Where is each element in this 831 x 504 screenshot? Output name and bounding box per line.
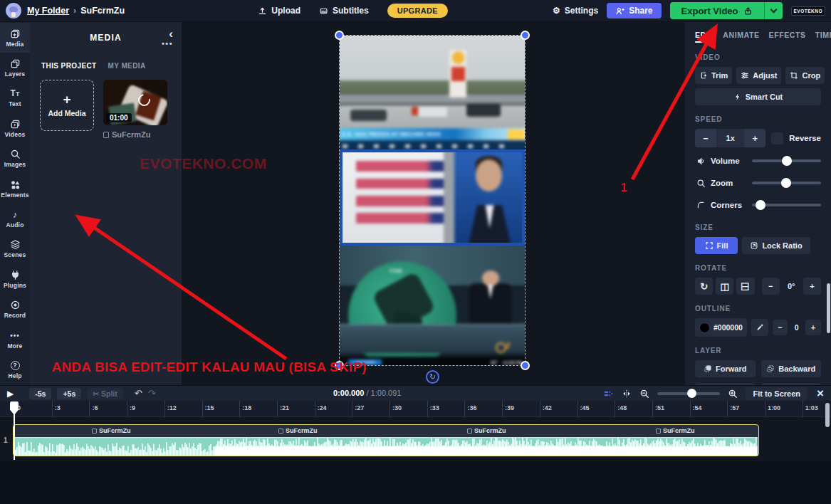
rotate-decrease-button[interactable]: − (762, 278, 780, 295)
speed-increase-button[interactable]: + (744, 129, 765, 147)
speed-decrease-button[interactable]: − (695, 129, 716, 147)
timeline-zoom-out-icon[interactable] (639, 389, 649, 399)
video-section-label: VIDEO (695, 53, 821, 61)
magnifier-icon (695, 179, 706, 188)
ruler-tick (502, 401, 503, 416)
sidebar-item-record[interactable]: Record (0, 295, 30, 325)
zoom-slider-row: Zoom (695, 174, 821, 191)
close-icon[interactable]: × (817, 387, 824, 399)
export-dropdown-button[interactable] (764, 2, 783, 19)
add-media-button[interactable]: + Add Media (40, 80, 94, 131)
news-chyron: U.S. GAS PRICES AT RECORD HIGH (340, 128, 525, 140)
layer-forward-button[interactable]: Forward (695, 360, 756, 377)
split-button[interactable]: ✂ Split (87, 388, 122, 399)
corners-slider[interactable] (752, 204, 821, 206)
fit-to-screen-button[interactable]: Fit to Screen (746, 387, 808, 400)
redo-button[interactable]: ↷ (148, 389, 156, 398)
backward-layer-icon (766, 364, 775, 373)
layer-backward-button[interactable]: Backward (761, 360, 822, 377)
clip-icon (92, 429, 97, 434)
outline-color-button[interactable]: #000000 (695, 318, 747, 337)
crop-button[interactable]: Crop (785, 67, 825, 84)
tab-edit[interactable]: EDIT (695, 26, 714, 43)
tab-this-project[interactable]: THIS PROJECT (41, 62, 97, 70)
timeline-clip[interactable]: SuFcrmZuSuFcrmZuSuFcrmZuSuFcrmZu (13, 424, 759, 456)
ruler-tick (202, 401, 203, 416)
audio-icon: ♪ (13, 209, 18, 220)
export-video-button[interactable]: Export Video (670, 2, 764, 19)
breadcrumb-folder-link[interactable]: My Folder (27, 6, 69, 16)
time-display: 0:00.000 / 1:00.091 (333, 389, 401, 397)
resize-handle-top-right[interactable] (521, 31, 530, 40)
sidebar-item-images[interactable]: Images (0, 144, 30, 174)
corners-slider-thumb[interactable] (756, 200, 765, 210)
flip-horizontal-button[interactable]: ◫ (716, 278, 733, 295)
ruler-tick-label: :6 (92, 404, 98, 411)
timeline-zoom-thumb[interactable] (687, 389, 696, 398)
sidebar-item-scenes[interactable]: Scenes (0, 234, 30, 264)
timeline-ruler[interactable]: 0:3:6:9:12:15:18:21:24:27:30:33:36:39:42… (0, 401, 831, 417)
undo-button[interactable]: ↶ (135, 389, 142, 398)
sidebar-item-elements[interactable]: Elements (0, 174, 30, 204)
back-5s-button[interactable]: -5s (29, 388, 51, 399)
sidebar-item-more[interactable]: •••More (0, 325, 30, 355)
tab-timing[interactable]: TIMING (815, 26, 831, 43)
eyedropper-button[interactable] (751, 319, 768, 336)
media-thumbnail[interactable]: 01:00 (103, 80, 167, 125)
timeline-zoom-slider[interactable] (657, 392, 720, 395)
sidebar-item-label: Images (4, 161, 26, 168)
adjust-button[interactable]: Adjust (736, 67, 781, 84)
fill-button[interactable]: Fill (695, 237, 738, 254)
resize-handle-bottom-left[interactable] (335, 361, 344, 370)
collapse-panel-icon[interactable]: ‹ (169, 28, 173, 40)
smart-cut-button[interactable]: Smart Cut (695, 88, 821, 105)
rotate-increase-button[interactable]: + (803, 278, 821, 295)
sidebar-item-text[interactable]: TTText (0, 83, 30, 113)
flip-vertical-button[interactable]: ◫ (736, 278, 754, 295)
sidebar-item-audio[interactable]: ♪Audio (0, 204, 30, 233)
subtitles-button[interactable]: Subtitles (319, 6, 369, 16)
timeline-zoom-in-icon[interactable] (728, 389, 738, 399)
preview-canvas[interactable]: U.S. GAS PRICES AT RECORD HIGH THE (182, 22, 685, 385)
play-button[interactable]: ▶ (7, 389, 14, 398)
volume-slider[interactable] (752, 159, 821, 162)
snap-toggle-icon[interactable] (604, 389, 614, 399)
ruler-tick-label: :48 (617, 404, 627, 411)
sidebar-item-media[interactable]: Media (0, 23, 30, 53)
sidebar-item-videos[interactable]: Videos (0, 113, 30, 143)
tab-animate[interactable]: ANIMATE (723, 26, 759, 43)
lock-ratio-button[interactable]: Lock Ratio (742, 237, 810, 254)
rotate-handle[interactable]: ↻ (426, 370, 439, 384)
zoom-slider[interactable] (752, 182, 821, 184)
upload-button[interactable]: Upload (258, 6, 300, 16)
tab-effects[interactable]: EFFECTS (769, 26, 806, 43)
tab-my-media[interactable]: MY MEDIA (108, 62, 146, 70)
clip-label: SuFcrmZu (467, 427, 506, 434)
resize-handle-bottom-right[interactable] (521, 361, 530, 370)
mirror-clip-icon[interactable] (622, 389, 632, 399)
timeline-scrollbar[interactable] (825, 403, 830, 427)
zoom-slider-thumb[interactable] (781, 178, 791, 188)
share-button[interactable]: Share (607, 3, 661, 19)
media-menu-icon[interactable]: ••• (162, 39, 173, 48)
rotate-90-button[interactable]: ↻ (695, 278, 713, 295)
sidebar-item-help[interactable]: ?Help (0, 355, 30, 384)
video-segment-studio: THE 2 LOTTERY 53°12:05 PM (340, 246, 525, 365)
outline-increase-button[interactable]: + (805, 320, 821, 335)
settings-button[interactable]: ⚙ Settings (553, 6, 598, 16)
ruler-tick-label: :45 (580, 404, 590, 411)
sidebar-item-plugins[interactable]: Plugins (0, 264, 30, 294)
workspace-avatar[interactable] (6, 3, 21, 19)
ruler-tick (765, 401, 765, 416)
sidebar-item-layers[interactable]: Layers (0, 53, 30, 83)
resize-handle-top-left[interactable] (335, 31, 344, 40)
upgrade-button[interactable]: UPGRADE (387, 4, 448, 18)
video-layer[interactable]: U.S. GAS PRICES AT RECORD HIGH THE (340, 36, 525, 365)
trim-button[interactable]: Trim (695, 67, 732, 84)
outline-decrease-button[interactable]: − (773, 320, 788, 335)
reverse-checkbox[interactable] (771, 132, 783, 145)
panel-scrollbar[interactable] (827, 283, 830, 333)
volume-slider-thumb[interactable] (782, 156, 792, 166)
ruler-tick-label: :42 (543, 404, 552, 411)
forward-5s-button[interactable]: +5s (57, 388, 81, 399)
